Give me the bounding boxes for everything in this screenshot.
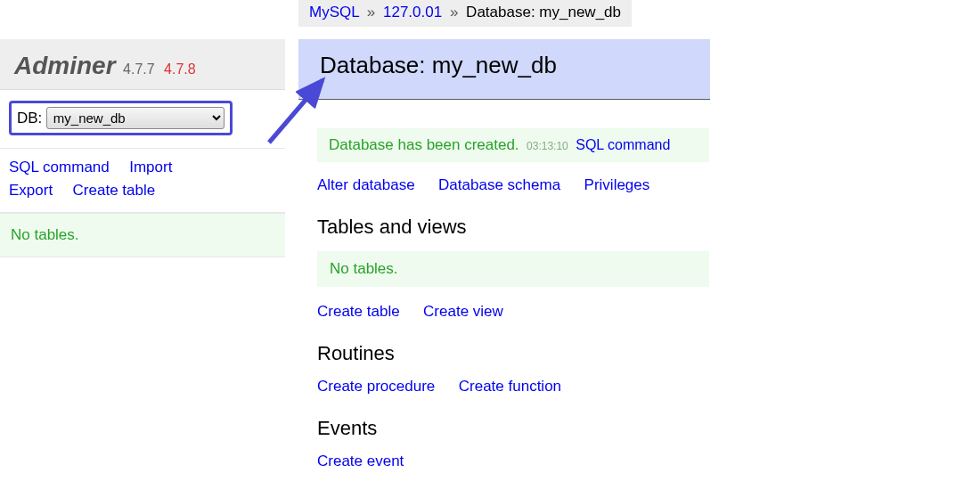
brand-bar: Adminer 4.7.7 4.7.8 [0,39,285,90]
privileges[interactable]: Privileges [584,176,650,194]
routines-heading: Routines [317,342,709,365]
routine-actions: Create procedure Create function [317,378,709,395]
create-procedure[interactable]: Create procedure [317,378,435,395]
breadcrumb-sep: » [446,4,461,20]
sidebar-links: SQL command Import Export Create table [0,149,285,213]
page-title: Database: my_new_db [298,39,710,100]
success-message: Database has been created. 03:13:10 SQL … [317,128,709,162]
main-content: Database has been created. 03:13:10 SQL … [317,128,709,481]
create-event[interactable]: Create event [317,452,404,470]
sidebar-import[interactable]: Import [129,156,172,179]
alter-database[interactable]: Alter database [317,176,415,194]
success-text: Database has been created. [329,136,519,153]
db-label: DB: [17,110,42,126]
create-table[interactable]: Create table [317,303,400,321]
create-view[interactable]: Create view [423,303,503,321]
app-name: Adminer [14,52,116,79]
success-time: 03:13:10 [527,140,568,152]
sidebar-sql-command[interactable]: SQL command [9,156,110,179]
create-function[interactable]: Create function [459,378,561,395]
db-selector-highlight: DB: my_new_db [9,101,233,135]
tables-notice: No tables. [317,251,709,287]
breadcrumb-current: Database: my_new_db [466,4,621,20]
breadcrumb: MySQL » 127.0.01 » Database: my_new_db [298,0,632,27]
event-actions: Create event [317,452,709,470]
events-heading: Events [317,417,709,440]
db-select[interactable]: my_new_db [46,107,225,129]
database-actions: Alter database Database schema Privilege… [317,176,709,194]
sidebar-export[interactable]: Export [9,179,53,202]
app-version-current: 4.7.7 [123,61,155,77]
sidebar-notice: No tables. [0,213,285,257]
breadcrumb-server-type[interactable]: MySQL [309,4,359,20]
sidebar: Adminer 4.7.7 4.7.8 DB: my_new_db SQL co… [0,39,285,257]
app-version-latest[interactable]: 4.7.8 [164,61,196,77]
success-sql-command[interactable]: SQL command [576,137,670,152]
db-selector-row: DB: my_new_db [0,90,285,149]
table-actions: Create table Create view [317,303,709,321]
breadcrumb-sep: » [363,4,379,20]
sidebar-create-table[interactable]: Create table [73,179,156,202]
database-schema[interactable]: Database schema [438,176,560,194]
breadcrumb-host[interactable]: 127.0.01 [383,4,442,20]
tables-heading: Tables and views [317,216,709,239]
